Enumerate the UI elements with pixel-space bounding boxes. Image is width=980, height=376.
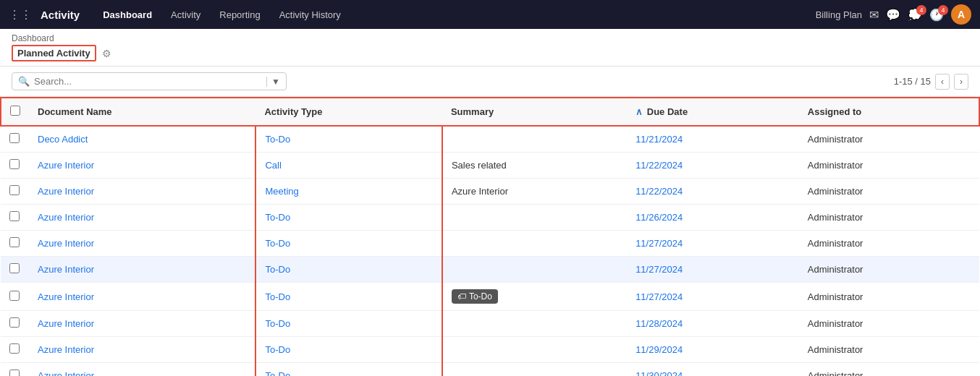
grid-icon[interactable]: ⋮⋮ [9, 8, 32, 22]
breadcrumb-dashboard[interactable]: Dashboard [12, 33, 54, 43]
cell-assigned-to: Administrator [799, 311, 979, 337]
table-row: Azure InteriorCallSales related11/22/202… [1, 153, 979, 179]
cell-activity-type[interactable]: To-Do [255, 205, 442, 231]
cell-doc-name[interactable]: Azure Interior [29, 179, 255, 205]
cell-due-date[interactable]: 11/21/2024 [627, 126, 799, 153]
cell-due-date[interactable]: 11/27/2024 [627, 231, 799, 257]
cell-assigned-to: Administrator [799, 153, 979, 179]
nav-link-history[interactable]: Activity History [271, 5, 350, 25]
cell-doc-name[interactable]: Azure Interior [29, 257, 255, 283]
cell-summary [442, 257, 627, 283]
nav-link-activity[interactable]: Activity [162, 5, 209, 25]
cell-doc-name[interactable]: Azure Interior [29, 363, 255, 377]
table-body: Deco AddictTo-Do11/21/2024AdministratorA… [1, 126, 979, 376]
nav-link-reporting[interactable]: Reporting [211, 5, 269, 25]
cell-assigned-to: Administrator [799, 126, 979, 153]
clock-icon[interactable]: 🕐 4 [929, 8, 944, 22]
cell-activity-type[interactable]: To-Do [255, 257, 442, 283]
breadcrumb: Dashboard [12, 33, 968, 43]
cell-activity-type[interactable]: Meeting [255, 179, 442, 205]
cell-activity-type[interactable]: To-Do [255, 337, 442, 363]
table-row: Azure InteriorTo-Do11/27/2024Administrat… [1, 257, 979, 283]
table-row: Azure InteriorMeetingAzure Interior11/22… [1, 179, 979, 205]
settings-gear-icon[interactable]: ⚙ [102, 48, 111, 59]
cell-activity-type[interactable]: To-Do [255, 126, 442, 153]
pagination-prev-button[interactable]: ‹ [935, 74, 950, 90]
cell-activity-type[interactable]: To-Do [255, 363, 442, 377]
cell-doc-name[interactable]: Azure Interior [29, 231, 255, 257]
planned-activity-row: Planned Activity ⚙ [12, 45, 968, 66]
row-checkbox[interactable] [9, 211, 20, 221]
row-checkbox[interactable] [9, 185, 20, 195]
table-row: Azure InteriorTo-Do11/26/2024Administrat… [1, 205, 979, 231]
row-checkbox[interactable] [9, 343, 20, 354]
cell-assigned-to: Administrator [799, 179, 979, 205]
nav-links: Dashboard Activity Reporting Activity Hi… [94, 5, 812, 25]
cell-activity-type[interactable]: To-Do [255, 311, 442, 337]
cell-doc-name[interactable]: Azure Interior [29, 283, 255, 311]
row-checkbox[interactable] [9, 237, 20, 247]
search-wrapper: 🔍 ▼ [12, 72, 287, 90]
cell-assigned-to: Administrator [799, 283, 979, 311]
cell-doc-name[interactable]: Azure Interior [29, 153, 255, 179]
cell-activity-type[interactable]: Call [255, 153, 442, 179]
cell-due-date[interactable]: 11/27/2024 [627, 257, 799, 283]
clock-badge: 4 [938, 5, 948, 15]
brand-label: Activity [41, 9, 80, 21]
row-checkbox[interactable] [9, 263, 20, 273]
select-all-checkbox[interactable] [10, 106, 20, 116]
cell-assigned-to: Administrator [799, 363, 979, 377]
cell-summary: Azure Interior [442, 179, 627, 205]
row-checkbox[interactable] [9, 317, 20, 328]
pagination-next-button[interactable]: › [954, 74, 968, 90]
cell-due-date[interactable]: 11/27/2024 [627, 283, 799, 311]
chat-icon[interactable]: 💭 4 [908, 8, 922, 22]
email-icon[interactable]: ✉ [869, 8, 879, 22]
table-row: Azure InteriorTo-DoTo-Do11/27/2024Admini… [1, 283, 979, 311]
header-document-name-label: Document Name [38, 106, 112, 117]
cell-summary [442, 205, 627, 231]
header-summary[interactable]: Summary [442, 98, 627, 126]
toolbar: 🔍 ▼ 1-15 / 15 ‹ › [0, 67, 980, 97]
cell-due-date[interactable]: 11/22/2024 [627, 179, 799, 205]
cell-summary [442, 311, 627, 337]
search-icon: 🔍 [18, 76, 30, 87]
row-checkbox[interactable] [9, 133, 20, 143]
row-checkbox[interactable] [9, 291, 20, 301]
cell-doc-name[interactable]: Azure Interior [29, 311, 255, 337]
table-container: Document Name Activity Type Summary ∧ Du… [0, 97, 980, 376]
cell-doc-name[interactable]: Deco Addict [29, 126, 255, 153]
subheader: Dashboard Planned Activity ⚙ [0, 29, 980, 67]
cell-assigned-to: Administrator [799, 337, 979, 363]
header-document-name[interactable]: Document Name [29, 98, 255, 126]
pagination-text: 1-15 / 15 [894, 76, 931, 87]
header-due-date[interactable]: ∧ Due Date [627, 98, 799, 126]
nav-link-dashboard[interactable]: Dashboard [94, 5, 161, 25]
cell-summary: Sales related [442, 153, 627, 179]
cell-due-date[interactable]: 11/26/2024 [627, 205, 799, 231]
cell-assigned-to: Administrator [799, 257, 979, 283]
cell-due-date[interactable]: 11/28/2024 [627, 311, 799, 337]
header-checkbox-col [1, 98, 29, 126]
top-navigation: ⋮⋮ Activity Dashboard Activity Reporting… [0, 0, 980, 29]
cell-assigned-to: Administrator [799, 205, 979, 231]
row-checkbox[interactable] [9, 159, 20, 169]
header-due-date-label: Due Date [647, 106, 688, 117]
whatsapp-icon[interactable]: 💬 [886, 8, 900, 22]
cell-doc-name[interactable]: Azure Interior [29, 205, 255, 231]
cell-due-date[interactable]: 11/22/2024 [627, 153, 799, 179]
user-avatar[interactable]: A [951, 4, 971, 25]
row-checkbox[interactable] [9, 369, 20, 376]
search-input[interactable] [34, 76, 263, 87]
cell-due-date[interactable]: 11/29/2024 [627, 337, 799, 363]
cell-activity-type[interactable]: To-Do [255, 231, 442, 257]
topnav-right: Billing Plan ✉ 💬 💭 4 🕐 4 A [816, 4, 971, 25]
billing-label: Billing Plan [816, 9, 862, 20]
search-dropdown-button[interactable]: ▼ [266, 77, 280, 87]
table-row: Azure InteriorTo-Do11/29/2024Administrat… [1, 337, 979, 363]
cell-activity-type[interactable]: To-Do [255, 283, 442, 311]
planned-activity-label[interactable]: Planned Activity [12, 45, 96, 61]
header-activity-type[interactable]: Activity Type [255, 98, 442, 126]
cell-due-date[interactable]: 11/30/2024 [627, 363, 799, 377]
cell-doc-name[interactable]: Azure Interior [29, 337, 255, 363]
